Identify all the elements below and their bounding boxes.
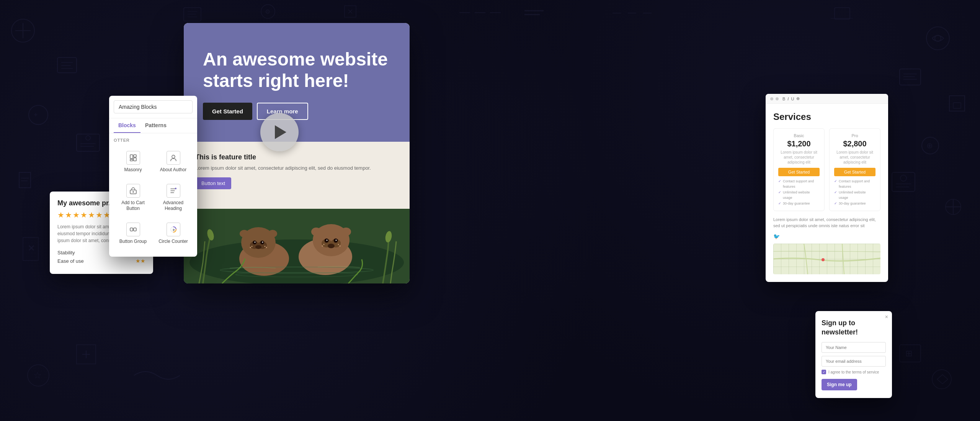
services-toolbar: B I U ⊕ — [766, 94, 888, 104]
block-label-advanced-heading: Advanced Heading — [157, 200, 189, 212]
circle-counter-icon: ◑ — [167, 223, 180, 236]
pro-feature-2: Unlimited website usage — [834, 190, 875, 201]
svg-point-77 — [252, 246, 253, 247]
tab-patterns[interactable]: Patterns — [140, 118, 171, 133]
svg-point-90 — [336, 240, 337, 241]
pro-sub: Lorem ipsum dolor sit amet, consectetur … — [834, 150, 875, 165]
svg-point-92 — [323, 244, 325, 245]
get-started-button[interactable]: Get Started — [203, 103, 252, 120]
block-item-add-to-cart[interactable]: Add to Cart Button — [114, 179, 152, 216]
services-heading: Services — [773, 111, 880, 122]
masonry-icon — [126, 151, 140, 165]
button-group-icon — [126, 223, 140, 236]
map-placeholder — [773, 244, 880, 274]
tab-blocks[interactable]: Blocks — [114, 118, 140, 133]
add-to-cart-icon — [126, 184, 140, 198]
terms-checkbox[interactable] — [822, 370, 826, 374]
twitter-icon: 🐦 — [773, 233, 780, 239]
svg-point-78 — [250, 247, 251, 248]
format-icon-1[interactable]: B — [782, 97, 785, 101]
format-icon-3[interactable]: U — [791, 97, 794, 101]
basic-features: Contact support and features Unlimited w… — [778, 179, 820, 206]
advanced-heading-icon — [167, 184, 180, 198]
svg-point-97 — [341, 228, 351, 236]
basic-feature-2: Unlimited website usage — [778, 190, 820, 201]
feature-title: This is feature title — [195, 153, 398, 161]
pro-price: $2,800 — [834, 139, 875, 148]
popup-title: Sign up to newsletter! — [822, 319, 886, 337]
services-content: Services Basic $1,200 Lorem ipsum dolor … — [766, 104, 888, 282]
otter-image — [184, 209, 410, 283]
pricing-row: Basic $1,200 Lorem ipsum dolor sit amet,… — [773, 128, 880, 211]
svg-point-82 — [268, 230, 277, 238]
block-item-advanced-heading[interactable]: Advanced Heading — [154, 179, 193, 216]
basic-sub: Lorem ipsum dolor sit amet, consectetur … — [778, 150, 820, 165]
pro-features: Contact support and features Unlimited w… — [834, 179, 875, 206]
block-item-button-group[interactable]: Button Group — [114, 218, 152, 249]
newsletter-popup: × Sign up to newsletter! I agree to the … — [815, 311, 892, 398]
play-button[interactable] — [260, 113, 299, 151]
block-label-masonry: Masonry — [124, 167, 142, 173]
toolbar-dot-1 — [770, 97, 773, 100]
svg-rect-54 — [130, 159, 133, 161]
block-item-about-author[interactable]: About Author — [154, 146, 193, 178]
close-button[interactable]: × — [885, 314, 888, 319]
services-description: Lorem ipsum dolor sit amet, consectetur … — [773, 216, 880, 229]
svg-rect-51 — [130, 155, 133, 159]
block-label-button-group: Button Group — [119, 239, 147, 245]
feature-button[interactable]: Button text — [195, 177, 231, 189]
svg-point-94 — [338, 244, 339, 245]
pro-get-started-button[interactable]: Get Started — [834, 168, 875, 176]
services-panel: B I U ⊕ Services Basic $1,200 Lorem ipsu… — [766, 94, 888, 282]
stability-label: Stability — [57, 250, 75, 256]
search-input[interactable] — [114, 100, 193, 113]
svg-point-95 — [340, 246, 341, 247]
product-stat-ease: Ease of use ★★ — [57, 258, 145, 264]
social-icon-row: 🐦 — [773, 233, 880, 240]
basic-get-started-button[interactable]: Get Started — [778, 168, 820, 176]
svg-point-55 — [172, 155, 175, 158]
svg-point-100 — [822, 258, 825, 261]
hero-feature-section: This is feature title Lorem ipsum dolor … — [184, 142, 410, 209]
svg-point-81 — [240, 230, 249, 238]
terms-text: I agree to the terms of service — [828, 370, 879, 374]
hero-buttons: Get Started Learn more — [203, 103, 390, 120]
block-search-container — [109, 96, 197, 118]
svg-point-74 — [255, 242, 256, 243]
basic-tier: Basic — [778, 133, 820, 138]
hero-title: An awesome website starts right here! — [203, 49, 390, 91]
basic-price: $1,200 — [778, 139, 820, 148]
name-input[interactable] — [822, 342, 886, 353]
pro-feature-3: 30-day guarantee — [834, 201, 875, 206]
svg-point-76 — [255, 245, 261, 249]
ease-stars: ★★ — [136, 258, 145, 264]
block-tabs: Blocks Patterns — [109, 118, 197, 133]
block-label-circle-counter: Circle Counter — [158, 239, 188, 245]
basic-feature-1: Contact support and features — [778, 179, 820, 190]
svg-point-91 — [328, 244, 335, 248]
svg-point-75 — [262, 242, 263, 243]
about-author-icon — [167, 151, 180, 165]
pricing-card-pro: Pro $2,800 Lorem ipsum dolor sit amet, c… — [829, 128, 880, 211]
svg-rect-52 — [134, 155, 136, 157]
block-item-masonry[interactable]: Masonry — [114, 146, 152, 178]
block-item-circle-counter[interactable]: ◑ Circle Counter — [154, 218, 193, 249]
sign-up-button[interactable]: Sign me up — [822, 379, 857, 390]
play-triangle-icon — [275, 125, 286, 139]
svg-rect-61 — [134, 228, 136, 231]
svg-point-80 — [266, 247, 267, 248]
basic-feature-3: 30-day guarantee — [778, 201, 820, 206]
toolbar-dot-2 — [776, 97, 779, 100]
svg-text:◑: ◑ — [172, 228, 175, 231]
svg-point-96 — [311, 228, 321, 236]
format-icon-2[interactable]: I — [787, 97, 789, 101]
block-label-add-to-cart: Add to Cart Button — [117, 200, 149, 212]
email-input[interactable] — [822, 356, 886, 367]
terms-row: I agree to the terms of service — [822, 370, 886, 374]
format-icon-4[interactable]: ⊕ — [796, 96, 800, 101]
feature-text: Lorem ipsum dolor sit amet, consectetur … — [195, 164, 398, 172]
block-grid: Masonry About Author Add to — [109, 145, 197, 251]
block-section-label: OTTER — [109, 133, 197, 145]
svg-rect-53 — [134, 158, 136, 161]
pro-feature-1: Contact support and features — [834, 179, 875, 190]
